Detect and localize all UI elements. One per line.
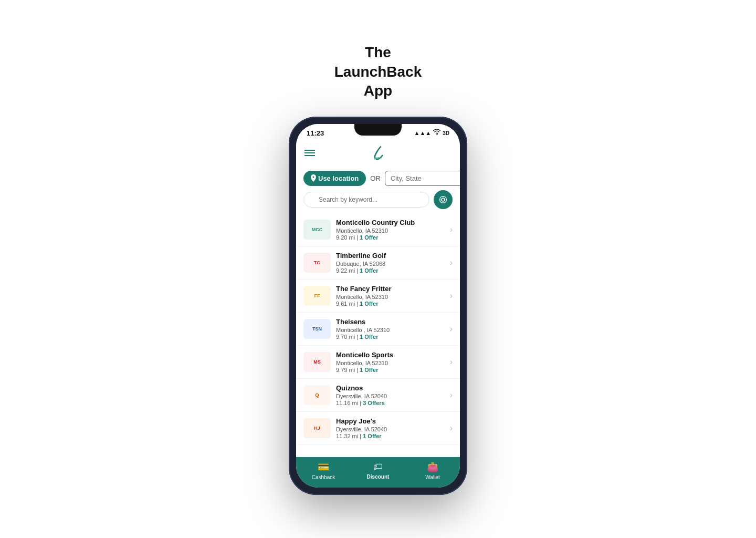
list-item[interactable]: MS Monticello Sports Monticello, IA 5231… [296,346,460,379]
use-location-button[interactable]: Use location [303,171,366,186]
phone-shell: 11:23 ▲▲▲ 3D [289,117,467,495]
target-icon [439,195,447,204]
business-offers: 11.32 mi | 1 Offer [336,433,447,439]
business-location: Monticello, IA 52310 [336,227,447,234]
discount-icon: 🏷 [373,461,383,472]
list-item[interactable]: FF The Fancy Fritter Monticello, IA 5231… [296,280,460,313]
business-offers: 9.20 mi | 1 Offer [336,234,447,241]
phone-screen: 11:23 ▲▲▲ 3D [296,124,460,488]
chevron-right-icon: › [450,390,453,400]
business-offers: 9.79 mi | 1 Offer [336,367,447,373]
business-info: The Fancy Fritter Monticello, IA 52310 9… [336,285,447,307]
or-label: OR [370,174,381,182]
business-info: Theisens Monticello , IA 52310 9.70 mi |… [336,318,447,340]
business-logo: MS [303,352,331,372]
business-location: Dubuque, IA 52068 [336,261,447,267]
wallet-label: Wallet [425,474,439,480]
business-logo: HJ [303,418,331,438]
app-header [296,139,460,167]
keyword-row: 🔍 [303,190,453,209]
business-list: MCC Monticello Country Club Monticello, … [296,213,460,457]
phone-notch [354,124,402,136]
cashback-icon: 💳 [318,461,329,473]
status-icons: ▲▲▲ 3D [414,129,449,137]
discount-label: Discount [367,474,390,480]
chevron-right-icon: › [450,324,453,334]
business-logo: TG [303,253,331,273]
business-location: Monticello, IA 52310 [336,294,447,300]
location-row: Use location OR [303,171,453,186]
business-name: The Fancy Fritter [336,285,447,293]
nav-item-discount[interactable]: 🏷 Discount [351,461,405,480]
business-info: Monticello Country Club Monticello, IA 5… [336,219,447,241]
page-title: The LaunchBack App [334,43,422,100]
wifi-icon [433,129,440,137]
business-name: Happy Joe's [336,417,447,425]
hamburger-button[interactable] [304,150,315,156]
chevron-right-icon: › [450,258,453,267]
list-item[interactable]: MCC Monticello Country Club Monticello, … [296,213,460,246]
business-logo: MCC [303,220,331,240]
bottom-nav: 💳 Cashback 🏷 Discount 👛 Wallet [296,457,460,488]
svg-point-1 [442,198,445,201]
business-offers: 9.70 mi | 1 Offer [336,334,447,340]
nav-item-wallet[interactable]: 👛 Wallet [405,461,460,480]
list-item[interactable]: TSN Theisens Monticello , IA 52310 9.70 … [296,313,460,346]
business-location: Monticello , IA 52310 [336,327,447,333]
business-offers: 9.22 mi | 1 Offer [336,267,447,274]
business-name: Quiznos [336,384,447,392]
business-info: Monticello Sports Monticello, IA 52310 9… [336,351,447,373]
business-offers: 9.61 mi | 1 Offer [336,301,447,307]
nav-item-cashback[interactable]: 💳 Cashback [296,461,351,480]
business-logo: FF [303,286,331,306]
business-info: Happy Joe's Dyersville, IA 52040 11.32 m… [336,417,447,439]
search-area: Use location OR 🔍 [296,167,460,213]
business-name: Monticello Country Club [336,219,447,226]
business-info: Timberline Golf Dubuque, IA 52068 9.22 m… [336,252,447,274]
business-offers: 11.16 mi | 3 Offers [336,400,447,406]
business-location: Monticello, IA 52310 [336,360,447,366]
cashback-label: Cashback [312,474,335,480]
business-name: Monticello Sports [336,351,447,359]
svg-point-2 [440,196,447,203]
chevron-right-icon: › [450,225,453,234]
location-pin-icon [311,174,316,182]
chevron-right-icon: › [450,357,453,367]
scan-button[interactable] [434,190,453,209]
chevron-right-icon: › [450,291,453,301]
business-name: Theisens [336,318,447,326]
status-bar: 11:23 ▲▲▲ 3D [296,124,460,139]
business-location: Dyersville, IA 52040 [336,393,447,399]
keyword-input[interactable] [303,192,429,208]
business-logo: Q [303,385,331,405]
business-name: Timberline Golf [336,252,447,260]
list-item[interactable]: TG Timberline Golf Dubuque, IA 52068 9.2… [296,246,460,280]
chevron-right-icon: › [450,423,453,433]
wallet-icon: 👛 [427,461,438,473]
app-logo [365,142,391,163]
battery-icon: 3D [443,130,449,136]
business-info: Quiznos Dyersville, IA 52040 11.16 mi | … [336,384,447,406]
list-item[interactable]: HJ Happy Joe's Dyersville, IA 52040 11.3… [296,412,460,445]
business-location: Dyersville, IA 52040 [336,426,447,432]
list-item[interactable]: Q Quiznos Dyersville, IA 52040 11.16 mi … [296,379,460,412]
city-state-input[interactable] [385,171,460,186]
business-logo: TSN [303,319,331,339]
status-time: 11:23 [307,129,324,137]
signal-icon: ▲▲▲ [414,130,432,136]
keyword-wrapper: 🔍 [303,192,429,208]
